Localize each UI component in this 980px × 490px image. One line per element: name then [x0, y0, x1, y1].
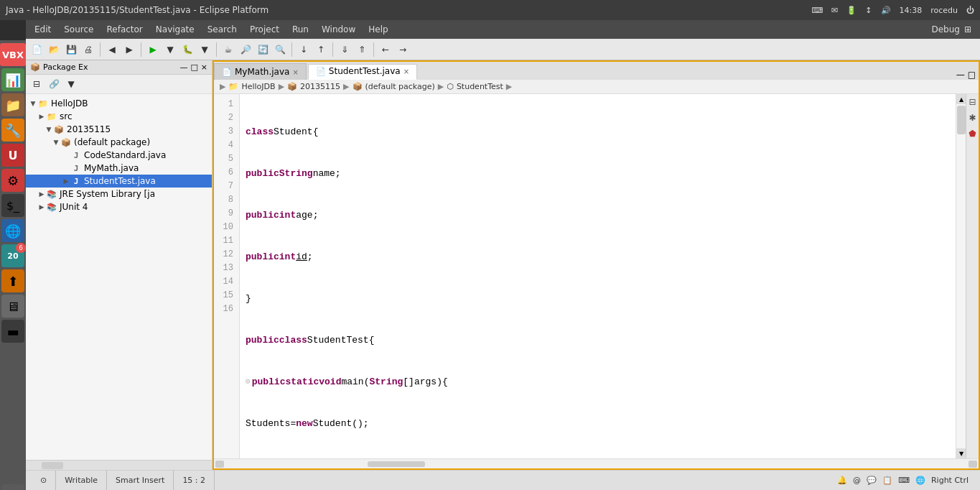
app-dark[interactable]: ▬: [1, 320, 24, 343]
status-icon: ⊙: [32, 471, 56, 490]
bc-icon-20135115: 📦: [287, 82, 297, 91]
battery-icon: 🔋: [846, 6, 857, 15]
toolbar-sync[interactable]: 🔄: [255, 42, 271, 57]
code-content[interactable]: class Student{ public String name; publi…: [240, 94, 956, 458]
tree-hellojdb[interactable]: ▼ 📁 HelloJDB: [26, 97, 212, 110]
editor-hscroll[interactable]: [214, 458, 979, 468]
tab-studenttest[interactable]: 📄 StudentTest.java ×: [308, 64, 417, 80]
tab-studenttest-close[interactable]: ×: [403, 68, 409, 75]
tab-mymath[interactable]: 📄 MyMath.java ×: [214, 63, 307, 80]
code-editor[interactable]: 1 2 3 4 5 6 7 8 9 10 11 12 13: [214, 94, 956, 458]
toolbar-open-type[interactable]: 🔎: [238, 42, 253, 57]
app-upload[interactable]: ⬆: [1, 269, 24, 292]
app-teal[interactable]: 20 6: [1, 244, 24, 267]
vbx-badge[interactable]: VBX: [0, 43, 26, 66]
app-red-circle[interactable]: U: [1, 144, 24, 167]
menu-source[interactable]: Source: [58, 23, 99, 36]
toolbar-run[interactable]: ▶: [145, 42, 161, 57]
tree-default-pkg[interactable]: ▼ 📦 (default package): [26, 136, 212, 149]
bc-20135115[interactable]: 20135115: [300, 82, 340, 91]
toolbar-mark-prev[interactable]: ↑: [313, 42, 329, 57]
tab-mymath-icon: 📄: [222, 68, 232, 77]
rs-icon-2[interactable]: ✱: [969, 113, 976, 123]
toolbar-back[interactable]: ←: [378, 42, 393, 57]
perspective-debug[interactable]: Debug: [931, 24, 959, 34]
tree-studenttest-icon: J: [70, 175, 82, 187]
tree-studenttest[interactable]: ▶ J StudentTest.java: [26, 175, 212, 188]
toolbar-next-edit[interactable]: ▶: [121, 42, 137, 57]
tree-20135115[interactable]: ▼ 📦 20135115: [26, 123, 212, 136]
tree-mymath[interactable]: ▶ J MyMath.java: [26, 162, 212, 175]
tree-junit[interactable]: ▶ 📚 JUnit 4: [26, 200, 212, 213]
tab-minimize-icon[interactable]: —: [956, 70, 965, 80]
menu-project[interactable]: Project: [244, 23, 285, 36]
menu-window[interactable]: Window: [316, 23, 361, 36]
toolbar-save-all[interactable]: 💾: [63, 42, 79, 57]
ln-2: 2: [217, 111, 236, 124]
vscroll-thumb[interactable]: [957, 106, 966, 134]
menu-navigate[interactable]: Navigate: [150, 23, 200, 36]
app-spreadsheet[interactable]: 📊: [1, 68, 24, 91]
pkg-down[interactable]: ▼: [63, 76, 79, 92]
toolbar-prev-edit[interactable]: ◀: [104, 42, 120, 57]
menu-edit[interactable]: Edit: [29, 23, 57, 36]
app-files[interactable]: 📁: [1, 93, 24, 116]
toolbar-new[interactable]: 📄: [29, 42, 45, 57]
menu-help[interactable]: Help: [363, 23, 393, 36]
pkg-collapse-all[interactable]: ⊟: [29, 76, 45, 92]
app-browser[interactable]: 🌐: [1, 219, 24, 242]
tree-studenttest-label: StudentTest.java: [84, 176, 156, 186]
tree-codestandard[interactable]: ▶ J CodeStandard.java: [26, 149, 212, 162]
tree-jre[interactable]: ▶ 📚 JRE System Library [ja: [26, 188, 212, 200]
pkg-hscroll[interactable]: [26, 460, 212, 470]
bc-hellojdb[interactable]: HelloJDB: [241, 82, 275, 91]
app-orange[interactable]: 🔧: [1, 119, 24, 142]
status-icon-6: 🌐: [915, 476, 925, 485]
titlebar-title: Java - HelloJDB/20135115/StudentTest.jav…: [6, 5, 269, 15]
maximize-icon[interactable]: ⊞: [964, 24, 971, 34]
menu-search[interactable]: Search: [202, 23, 243, 36]
rs-icon-1[interactable]: ⊟: [969, 97, 976, 107]
code-line-4: public int id;: [246, 250, 950, 264]
status-icon-5: ⌨: [898, 476, 910, 485]
menu-refactor[interactable]: Refactor: [101, 23, 148, 36]
toolbar-forward[interactable]: →: [395, 42, 411, 57]
toolbar-new-java[interactable]: ☕: [220, 42, 236, 57]
app-settings[interactable]: ⚙: [1, 169, 24, 192]
toolbar-prev-annotation[interactable]: ⇑: [354, 42, 370, 57]
tree-junit-icon: 📚: [46, 201, 57, 213]
app-display[interactable]: 🖥: [1, 295, 24, 318]
pkg-maximize[interactable]: □: [190, 63, 197, 72]
vscroll-track[interactable]: [956, 104, 966, 448]
vscroll-up[interactable]: ▲: [956, 94, 966, 104]
tab-studenttest-label: StudentTest.java: [329, 66, 401, 76]
toolbar-debug-run[interactable]: 🐛: [179, 42, 195, 57]
pkg-minimize[interactable]: —: [179, 63, 187, 72]
tab-maximize-icon[interactable]: □: [968, 70, 976, 80]
toolbar-mark-next[interactable]: ↓: [296, 42, 312, 57]
app-trash[interactable]: 🗑: [1, 484, 24, 490]
toolbar-search[interactable]: 🔍: [272, 42, 288, 57]
ln-11: 11: [217, 234, 236, 247]
toolbar-debug-dropdown[interactable]: ▼: [197, 42, 213, 57]
pkg-link[interactable]: 🔗: [46, 76, 62, 92]
menu-run[interactable]: Run: [286, 23, 314, 36]
tree-codestandard-label: CodeStandard.java: [84, 150, 166, 160]
tree-src[interactable]: ▶ 📁 src: [26, 110, 212, 123]
bc-studenttest[interactable]: StudentTest: [457, 82, 503, 91]
toolbar-run-dropdown[interactable]: ▼: [162, 42, 178, 57]
bc-icon-hellojdb: 📁: [228, 82, 238, 91]
pkg-close[interactable]: ×: [201, 63, 207, 72]
editor-vscroll[interactable]: ▲ ▼: [956, 94, 966, 458]
toolbar-next-annotation[interactable]: ⇓: [337, 42, 353, 57]
toolbar-open[interactable]: 📂: [46, 42, 62, 57]
bc-default-pkg[interactable]: (default package): [365, 82, 435, 91]
ln-14: 14: [217, 274, 236, 288]
tab-mymath-close[interactable]: ×: [292, 68, 298, 76]
rs-icon-3[interactable]: ⬟: [969, 129, 976, 139]
app-terminal[interactable]: $_: [1, 194, 24, 217]
toolbar-print[interactable]: 🖨: [80, 42, 96, 57]
tab-bar: 📄 MyMath.java × 📄 StudentTest.java × — □: [214, 62, 979, 80]
tree-hellojdb-icon: 📁: [37, 98, 49, 109]
vscroll-down[interactable]: ▼: [956, 448, 966, 458]
